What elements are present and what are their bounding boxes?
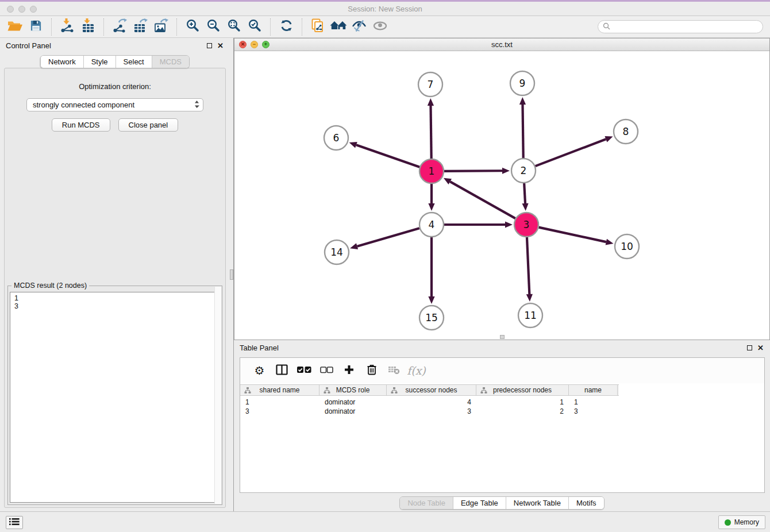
- table-panel-title: Table Panel: [240, 344, 279, 352]
- search-input[interactable]: [610, 22, 763, 32]
- apply-layout-button[interactable]: [276, 18, 297, 36]
- column-settings-button[interactable]: ⚙: [248, 365, 271, 376]
- mcds-result-text[interactable]: 1 3: [10, 292, 220, 503]
- node-10[interactable]: 10: [615, 234, 639, 259]
- edge-1-7[interactable]: [428, 98, 434, 159]
- table-panel-tabs-row: Node TableEdge TableNetwork TableMotifs: [234, 496, 770, 510]
- eye-slash-icon: [352, 19, 367, 35]
- control-panel: Control Panel ✕ NetworkStyleSelectMCDS O…: [0, 38, 230, 511]
- node-9[interactable]: 9: [510, 71, 534, 95]
- column-header-name[interactable]: name: [569, 385, 618, 395]
- save-session-button[interactable]: [25, 18, 46, 36]
- network-canvas[interactable]: 1234678910111415: [234, 51, 769, 340]
- apply-function-button[interactable]: f(x): [405, 364, 428, 377]
- edge-4-14[interactable]: [350, 228, 419, 249]
- node-11[interactable]: 11: [518, 303, 542, 327]
- export-network-button[interactable]: [109, 18, 130, 36]
- table-row[interactable]: 1dominator411: [240, 398, 764, 407]
- tab-motifs[interactable]: Motifs: [568, 497, 604, 509]
- tab-style[interactable]: Style: [83, 56, 116, 68]
- column-header-shared-name[interactable]: shared name: [240, 385, 319, 395]
- minimize-network-button[interactable]: −: [251, 41, 258, 48]
- import-network-button[interactable]: [57, 18, 78, 36]
- criterion-dropdown[interactable]: strongly connected component: [26, 98, 203, 111]
- toggle-column-display-button[interactable]: [271, 364, 293, 377]
- run-mcds-button[interactable]: Run MCDS: [52, 118, 110, 132]
- hide-graphics-details-button[interactable]: [349, 18, 369, 36]
- tab-node-table[interactable]: Node Table: [400, 497, 453, 509]
- maximize-network-button[interactable]: +: [262, 41, 270, 48]
- new-network-from-selection-button[interactable]: [307, 18, 328, 36]
- close-panel-icon[interactable]: ✕: [217, 42, 224, 49]
- network-window-titlebar[interactable]: ✕ − + scc.txt: [234, 38, 769, 51]
- edge-3-10[interactable]: [538, 228, 613, 245]
- delete-table-button[interactable]: [383, 364, 405, 377]
- zoom-in-icon: [186, 18, 200, 35]
- column-header-MCDS-role[interactable]: MCDS role: [319, 385, 387, 395]
- node-3[interactable]: 3: [514, 213, 538, 237]
- edge-3-1[interactable]: [444, 178, 515, 218]
- open-folder-icon: [7, 19, 23, 35]
- add-row-button[interactable]: [338, 365, 360, 377]
- close-panel-icon[interactable]: ✕: [757, 344, 764, 352]
- toolbar-separator: [103, 18, 104, 36]
- close-network-button[interactable]: ✕: [239, 41, 247, 48]
- node-14[interactable]: 14: [325, 240, 349, 264]
- panel-splitter[interactable]: [230, 38, 234, 511]
- delete-row-button[interactable]: [360, 363, 383, 378]
- network-window-resize-grip[interactable]: [500, 335, 505, 339]
- node-15[interactable]: 15: [419, 306, 444, 330]
- float-panel-icon[interactable]: [207, 43, 212, 48]
- edge-2-9[interactable]: [519, 97, 526, 158]
- svg-text:4: 4: [429, 219, 435, 230]
- import-table-button[interactable]: [78, 18, 98, 36]
- select-all-rows-button[interactable]: [293, 365, 315, 376]
- edge-3-11[interactable]: [526, 237, 533, 302]
- list-icon: [9, 518, 20, 528]
- refresh-icon: [279, 18, 294, 35]
- tab-edge-table[interactable]: Edge Table: [453, 497, 506, 509]
- node-4[interactable]: 4: [419, 213, 444, 237]
- svg-text:15: 15: [425, 312, 438, 323]
- memory-button[interactable]: Memory: [718, 515, 765, 529]
- optimization-criterion-label: Optimization criterion:: [5, 82, 225, 91]
- show-graphics-details-button[interactable]: [369, 18, 390, 36]
- column-header-successor-nodes[interactable]: successor nodes: [387, 385, 476, 395]
- close-panel-button[interactable]: Close panel: [118, 118, 179, 132]
- tab-mcds[interactable]: MCDS: [152, 56, 189, 68]
- edge-4-15[interactable]: [428, 237, 434, 304]
- deselect-all-rows-button[interactable]: [315, 365, 338, 376]
- node-2[interactable]: 2: [511, 159, 536, 183]
- edge-1-4[interactable]: [428, 184, 434, 211]
- home-button[interactable]: [328, 18, 349, 36]
- table-row[interactable]: 3dominator323: [240, 407, 764, 416]
- import-network-icon: [60, 18, 75, 36]
- export-image-button[interactable]: [151, 18, 171, 36]
- open-session-button[interactable]: [5, 18, 25, 36]
- edge-1-2[interactable]: [444, 168, 510, 174]
- zoom-out-button[interactable]: [203, 18, 224, 36]
- zoom-in-button[interactable]: [182, 18, 203, 36]
- zoom-fit-button[interactable]: [224, 18, 244, 36]
- node-8[interactable]: 8: [614, 119, 638, 144]
- result-scrollbar[interactable]: [214, 287, 221, 504]
- mcds-result-title: MCDS result (2 nodes): [11, 282, 89, 290]
- tab-select[interactable]: Select: [116, 56, 152, 68]
- node-6[interactable]: 6: [324, 126, 348, 150]
- tab-network[interactable]: Network: [41, 56, 83, 68]
- zoom-selected-button[interactable]: [244, 18, 265, 36]
- node-7[interactable]: 7: [418, 72, 442, 97]
- float-panel-icon[interactable]: [747, 345, 752, 350]
- edge-4-3[interactable]: [444, 221, 513, 228]
- edge-1-6[interactable]: [349, 142, 420, 167]
- edge-2-8[interactable]: [536, 136, 613, 166]
- memory-label: Memory: [734, 518, 759, 526]
- splitter-grip[interactable]: [230, 269, 233, 280]
- task-history-button[interactable]: [6, 516, 23, 529]
- export-table-button[interactable]: [130, 18, 151, 36]
- search-box[interactable]: [598, 20, 763, 33]
- edge-2-3[interactable]: [522, 183, 528, 211]
- tab-network-table[interactable]: Network Table: [506, 497, 568, 509]
- column-header-predecessor-nodes[interactable]: predecessor nodes: [476, 385, 569, 395]
- node-1[interactable]: 1: [419, 159, 444, 183]
